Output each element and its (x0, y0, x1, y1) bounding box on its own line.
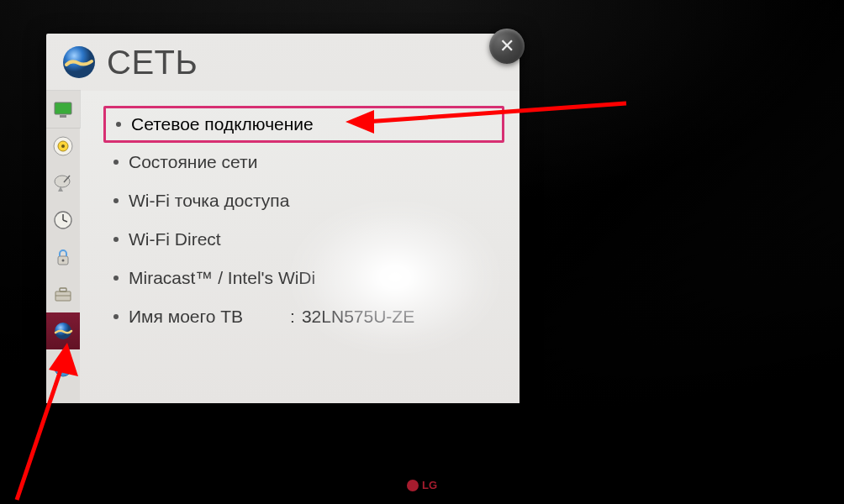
option-tv-name[interactable]: Имя моего ТВ : 32LN575U-ZE (103, 297, 504, 336)
close-button[interactable]: ✕ (489, 29, 525, 64)
dish-icon (52, 172, 74, 194)
bullet-icon (116, 122, 121, 127)
svg-rect-14 (60, 288, 66, 291)
sidebar-item-sound[interactable] (46, 128, 80, 165)
option-label: Wi-Fi точка доступа (129, 191, 289, 211)
clock-icon (52, 209, 74, 231)
sidebar-item-satellite[interactable] (46, 165, 80, 202)
menu-header: СЕТЬ ✕ (46, 34, 520, 91)
option-label: Miracast™ / Intel's WiDi (129, 268, 315, 288)
brand-name: LG (422, 479, 437, 491)
option-label: Имя моего ТВ (129, 307, 243, 327)
network-globe-icon (58, 41, 100, 83)
bullet-icon (113, 276, 119, 281)
sidebar-item-support[interactable]: ? (46, 349, 80, 386)
sidebar-item-general[interactable] (46, 276, 80, 312)
svg-rect-2 (60, 115, 66, 118)
lg-face-icon (407, 480, 419, 491)
svg-rect-1 (55, 102, 71, 114)
lock-icon (52, 246, 74, 268)
briefcase-icon (52, 283, 74, 305)
sidebar-item-picture[interactable] (46, 91, 80, 128)
help-icon: ? (52, 357, 74, 379)
option-label: Состояние сети (129, 152, 257, 172)
option-wifi-hotspot[interactable]: Wi-Fi точка доступа (103, 181, 504, 220)
option-value: 32LN575U-ZE (302, 307, 414, 327)
network-globe-icon (52, 320, 74, 342)
svg-point-12 (62, 260, 65, 262)
svg-point-5 (61, 144, 65, 148)
option-label: Wi-Fi Direct (129, 229, 221, 249)
option-wifi-direct[interactable]: Wi-Fi Direct (103, 220, 504, 259)
option-network-status[interactable]: Состояние сети (103, 143, 504, 181)
sidebar-tabs: ? (46, 91, 80, 403)
sidebar-item-lock[interactable] (46, 239, 80, 276)
sidebar-item-network[interactable] (46, 312, 80, 349)
sidebar-item-time[interactable] (46, 202, 80, 239)
bullet-icon (113, 237, 119, 242)
tv-icon (52, 98, 74, 120)
bullet-icon (113, 198, 119, 203)
menu-body: ? Сетевое подключение Состояние сети Wi-… (46, 91, 520, 403)
option-miracast-widi[interactable]: Miracast™ / Intel's WiDi (103, 259, 504, 297)
menu-title: СЕТЬ (107, 44, 198, 81)
option-value-separator: : (290, 307, 295, 327)
bullet-icon (113, 314, 119, 319)
settings-window: СЕТЬ ✕ (46, 34, 520, 403)
svg-text:?: ? (60, 361, 67, 375)
bullet-icon (113, 160, 119, 165)
brand-logo: LG (407, 479, 437, 491)
options-panel: Сетевое подключение Состояние сети Wi-Fi… (80, 91, 520, 403)
close-icon: ✕ (499, 35, 514, 57)
option-label: Сетевое подключение (131, 114, 314, 134)
speaker-icon (52, 135, 74, 157)
option-network-connection[interactable]: Сетевое подключение (103, 106, 504, 143)
